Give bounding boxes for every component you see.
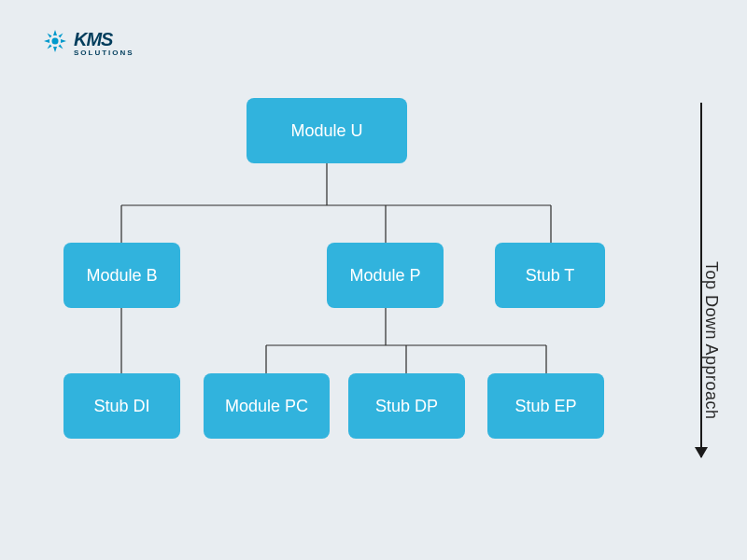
node-label: Stub DP	[375, 397, 438, 416]
tree-diagram: Module U Module B Module P Stub T Stub D…	[0, 0, 747, 560]
node-module-pc: Module PC	[204, 373, 330, 439]
node-label: Module U	[290, 121, 362, 141]
node-label: Stub T	[526, 266, 575, 286]
approach-label: Top Down Approach	[701, 261, 721, 420]
node-stub-di: Stub DI	[63, 373, 180, 439]
node-label: Module B	[86, 266, 157, 286]
node-module-p: Module P	[327, 243, 444, 308]
node-label: Module PC	[225, 397, 308, 416]
node-label: Stub DI	[93, 397, 149, 416]
node-label: Stub EP	[514, 397, 576, 416]
node-module-u: Module U	[247, 98, 407, 163]
node-label: Module P	[349, 266, 420, 286]
node-module-b: Module B	[63, 243, 180, 308]
node-stub-ep: Stub EP	[487, 373, 604, 439]
node-stub-dp: Stub DP	[348, 373, 465, 439]
node-stub-t: Stub T	[495, 243, 605, 308]
